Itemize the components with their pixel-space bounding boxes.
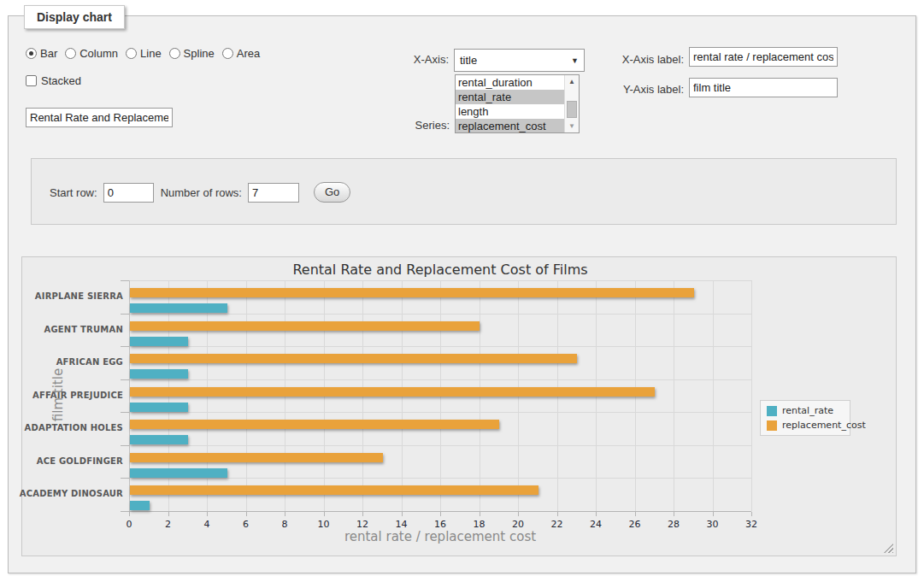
radio-option-bar[interactable]: Bar: [26, 47, 57, 60]
series-option-rental_duration[interactable]: rental_duration: [456, 75, 564, 90]
gridline: [129, 445, 751, 446]
radio-option-spline[interactable]: Spline: [169, 47, 215, 60]
stacked-label: Stacked: [41, 74, 81, 87]
chart-container: Rental Rate and Replacement Cost of Film…: [21, 256, 897, 556]
series-option-replacement_cost[interactable]: replacement_cost: [456, 119, 564, 133]
x-tick: [362, 512, 363, 516]
y-axis-label-label: Y-Axis label:: [609, 83, 684, 96]
gridline: [129, 412, 751, 413]
legend-item-rental_rate[interactable]: rental_rate: [767, 405, 846, 416]
radio-icon[interactable]: [169, 48, 180, 59]
bar-replacement_cost: [130, 453, 383, 462]
x-axis-title: rental rate / replacement cost: [129, 529, 751, 544]
y-tick: [121, 511, 129, 512]
gridline: [751, 280, 752, 511]
radio-label: Area: [237, 47, 260, 60]
radio-label: Bar: [40, 47, 57, 60]
x-axis-select-label: X-Axis:: [397, 53, 449, 66]
stacked-checkbox-row[interactable]: Stacked: [26, 74, 81, 87]
radio-option-line[interactable]: Line: [126, 47, 162, 60]
x-tick: [674, 512, 674, 516]
bar-rental_rate: [130, 435, 188, 444]
y-tick: [121, 314, 129, 315]
series-options: rental_durationrental_ratelengthreplacem…: [456, 75, 564, 133]
radio-icon[interactable]: [26, 48, 37, 59]
bar-replacement_cost: [130, 387, 655, 397]
radio-option-area[interactable]: Area: [222, 47, 260, 60]
gridline: [129, 314, 751, 315]
x-tick: [324, 512, 325, 516]
x-axis-select[interactable]: title ▼: [454, 49, 585, 72]
bar-replacement_cost: [130, 321, 480, 331]
gridline: [129, 280, 751, 281]
series-option-rental_rate[interactable]: rental_rate: [456, 90, 564, 104]
x-axis-label-input[interactable]: [689, 47, 838, 67]
bar-rental_rate: [130, 337, 188, 346]
bar-rental_rate: [130, 303, 227, 313]
x-tick: [246, 512, 247, 516]
bar-replacement_cost: [130, 420, 499, 429]
x-tick: [635, 512, 636, 516]
series-listbox[interactable]: rental_durationrental_ratelengthreplacem…: [455, 74, 580, 133]
y-tick: [121, 346, 129, 347]
x-tick: [713, 512, 714, 516]
category-label: AIRPLANE SIERRA: [0, 291, 123, 301]
x-tick: [207, 512, 208, 516]
scroll-down-icon[interactable]: ▼: [565, 120, 579, 132]
radio-label: Spline: [184, 47, 215, 60]
radio-icon[interactable]: [126, 48, 137, 59]
fieldset-legend: Display chart: [24, 5, 125, 29]
legend-swatch-icon: [767, 406, 777, 416]
stacked-checkbox[interactable]: [26, 75, 37, 86]
plot-area: 02468101214161820222426283032 AIRPLANE S…: [129, 280, 751, 511]
gridline: [674, 280, 674, 511]
y-tick: [121, 412, 129, 413]
x-tick: [129, 512, 130, 516]
x-tick: [751, 512, 752, 516]
radio-option-column[interactable]: Column: [65, 47, 118, 60]
chart-type-radios: BarColumnLineSplineArea: [26, 47, 260, 60]
row-range-panel: Start row: Number of rows: Go: [31, 158, 897, 225]
y-axis-title: film title: [50, 309, 66, 480]
radio-icon[interactable]: [222, 48, 233, 59]
x-tick: [596, 512, 597, 516]
x-tick: [557, 512, 558, 516]
x-axis-line: [129, 511, 751, 512]
go-button[interactable]: Go: [314, 182, 350, 203]
y-tick: [121, 280, 129, 281]
category-label: ACADEMY DINOSAUR: [0, 489, 123, 498]
resize-handle-icon[interactable]: [884, 544, 893, 553]
bar-rental_rate: [130, 369, 188, 379]
bar-replacement_cost: [130, 354, 577, 363]
start-row-input[interactable]: [103, 183, 154, 203]
x-tick: [285, 512, 285, 516]
chart-legend: rental_ratereplacement_cost: [760, 400, 850, 436]
series-scrollbar[interactable]: ▲ ▼: [564, 75, 579, 132]
bar-rental_rate: [130, 501, 150, 510]
chart-title-input[interactable]: [26, 108, 173, 127]
scrollbar-thumb[interactable]: [567, 101, 577, 118]
scroll-up-icon[interactable]: ▲: [565, 75, 579, 88]
series-option-length[interactable]: length: [456, 104, 564, 119]
legend-swatch-icon: [767, 420, 777, 431]
num-rows-label: Number of rows:: [161, 186, 242, 199]
y-tick: [121, 445, 129, 446]
legend-item-replacement_cost[interactable]: replacement_cost: [767, 420, 846, 431]
gridline: [129, 478, 751, 479]
gridline: [713, 280, 714, 511]
row-range-controls: Start row: Number of rows: Go: [50, 182, 350, 203]
bar-rental_rate: [130, 468, 227, 478]
x-tick: [480, 512, 480, 516]
y-tick: [121, 478, 129, 479]
x-tick: [518, 512, 519, 516]
y-axis-label-input[interactable]: [689, 78, 838, 97]
x-tick: [440, 512, 441, 516]
radio-icon[interactable]: [65, 48, 76, 59]
chart-title: Rental Rate and Replacement Cost of Film…: [129, 262, 751, 278]
dropdown-arrow-icon: ▼: [571, 56, 579, 65]
gridline: [129, 346, 751, 347]
series-select-label: Series:: [393, 119, 450, 132]
num-rows-input[interactable]: [248, 183, 299, 203]
bar-replacement_cost: [130, 288, 694, 297]
x-axis-selected-value: title: [460, 54, 477, 67]
